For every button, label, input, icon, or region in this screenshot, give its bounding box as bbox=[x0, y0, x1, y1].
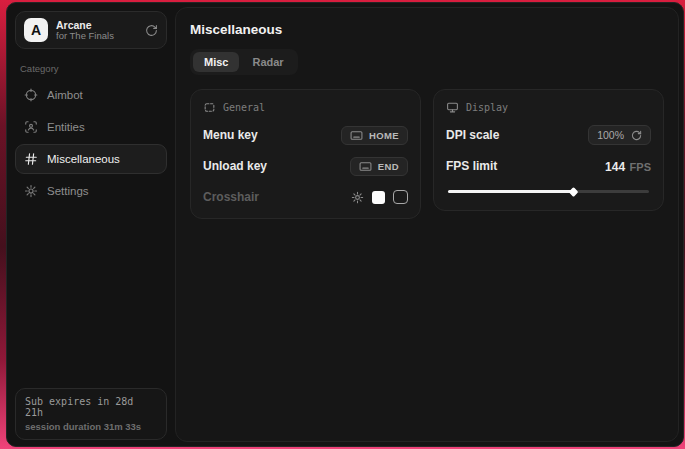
sidebar-item-entities[interactable]: Entities bbox=[15, 112, 167, 142]
subscription-expiry: Sub expires in 28d 21h bbox=[25, 396, 157, 418]
menu-key-label: Menu key bbox=[203, 128, 258, 142]
fps-limit-readout: 144 FPS bbox=[605, 157, 651, 175]
crosshair-color-swatch[interactable] bbox=[372, 191, 385, 204]
dpi-scale-value: 100% bbox=[597, 129, 624, 141]
sidebar-item-aimbot[interactable]: Aimbot bbox=[15, 80, 167, 110]
dpi-scale-control[interactable]: 100% bbox=[588, 125, 651, 145]
subscription-card: Sub expires in 28d 21h session duration … bbox=[15, 388, 167, 440]
cards-row: General Menu key HOME bbox=[190, 89, 664, 219]
unload-key-label: Unload key bbox=[203, 159, 267, 173]
display-card-header: Display bbox=[446, 101, 651, 114]
keyboard-icon bbox=[359, 161, 372, 172]
crosshair-icon bbox=[24, 88, 38, 102]
menu-key-value: HOME bbox=[369, 130, 399, 141]
fps-limit-row: FPS limit 144 FPS bbox=[446, 156, 651, 176]
app-window: A Arcane for The Finals Category bbox=[6, 2, 684, 447]
app-title: Arcane bbox=[56, 19, 137, 31]
sidebar-nav: Aimbot Entities bbox=[15, 80, 167, 206]
gear-icon bbox=[24, 184, 38, 198]
tab-misc[interactable]: Misc bbox=[193, 52, 239, 72]
app-subtitle: for The Finals bbox=[56, 31, 137, 42]
crosshair-row: Crosshair bbox=[203, 187, 408, 207]
sidebar-item-miscellaneous[interactable]: Miscellaneous bbox=[15, 144, 167, 174]
crosshair-label: Crosshair bbox=[203, 190, 259, 204]
sidebar-item-label: Settings bbox=[47, 185, 89, 197]
general-card-header: General bbox=[203, 101, 408, 114]
sidebar: A Arcane for The Finals Category bbox=[7, 3, 175, 446]
unload-key-value: END bbox=[378, 161, 399, 172]
fps-limit-unit: FPS bbox=[630, 161, 651, 173]
crosshair-toggle-checkbox[interactable] bbox=[393, 190, 408, 204]
refresh-icon[interactable] bbox=[631, 130, 642, 141]
unload-key-bind-button[interactable]: END bbox=[350, 157, 408, 176]
main-panel: Miscellaneous Misc Radar General bbox=[175, 7, 679, 442]
category-label: Category bbox=[20, 63, 167, 74]
logo-text: Arcane for The Finals bbox=[56, 19, 137, 42]
sidebar-item-settings[interactable]: Settings bbox=[15, 176, 167, 206]
sidebar-item-label: Miscellaneous bbox=[47, 153, 120, 165]
desktop-background: A Arcane for The Finals Category bbox=[0, 0, 685, 449]
sidebar-item-label: Entities bbox=[47, 121, 85, 133]
fps-limit-label: FPS limit bbox=[446, 159, 497, 173]
fps-slider-thumb[interactable] bbox=[568, 187, 578, 197]
unload-key-row: Unload key END bbox=[203, 156, 408, 176]
hash-icon bbox=[24, 152, 38, 166]
app-logo: A bbox=[24, 18, 48, 42]
sidebar-item-label: Aimbot bbox=[47, 89, 83, 101]
display-card-title: Display bbox=[466, 102, 508, 113]
general-card-title: General bbox=[223, 102, 265, 113]
crosshair-controls bbox=[351, 190, 408, 204]
dpi-scale-label: DPI scale bbox=[446, 128, 499, 142]
menu-key-row: Menu key HOME bbox=[203, 125, 408, 145]
page-title: Miscellaneous bbox=[190, 22, 664, 37]
fps-limit-slider[interactable] bbox=[448, 190, 649, 193]
tab-bar: Misc Radar bbox=[190, 49, 298, 75]
person-scan-icon bbox=[24, 120, 38, 134]
keyboard-icon bbox=[350, 130, 363, 141]
fps-limit-value: 144 bbox=[605, 160, 625, 174]
dashed-square-icon bbox=[203, 101, 216, 114]
gear-icon[interactable] bbox=[351, 191, 364, 204]
session-duration: session duration 31m 33s bbox=[25, 421, 157, 432]
fps-slider-fill bbox=[448, 190, 573, 193]
sync-icon[interactable] bbox=[145, 24, 158, 37]
logo-card: A Arcane for The Finals bbox=[15, 11, 167, 49]
dpi-scale-row: DPI scale 100% bbox=[446, 125, 651, 145]
display-card: Display DPI scale 100% bbox=[433, 89, 664, 211]
tab-radar[interactable]: Radar bbox=[241, 52, 294, 72]
menu-key-bind-button[interactable]: HOME bbox=[341, 126, 408, 145]
general-card: General Menu key HOME bbox=[190, 89, 421, 219]
monitor-icon bbox=[446, 101, 459, 114]
